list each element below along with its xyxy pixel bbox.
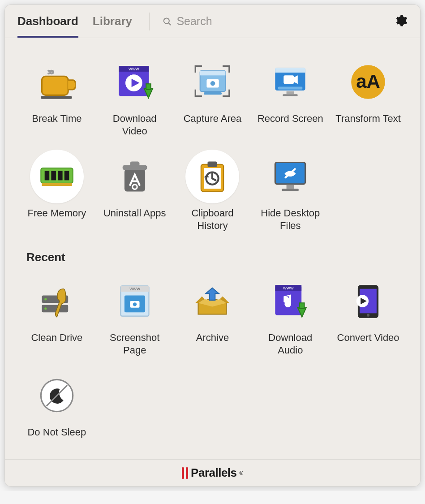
- main-tools-grid: Break TimeDownload VideoCapture AreaReco…: [22, 52, 403, 232]
- download-video-icon: [108, 55, 162, 109]
- tool-label: Do Not Sleep: [27, 426, 86, 439]
- tool-label: Free Memory: [28, 207, 86, 220]
- app-window: Dashboard Library Break TimeDownload Vid…: [4, 4, 421, 487]
- tool-label: Clean Drive: [31, 332, 82, 344]
- hide-desktop-icon: [263, 150, 317, 203]
- parallels-bars-icon: [182, 467, 188, 479]
- tool-label: Capture Area: [184, 112, 242, 125]
- dashboard-body: Break TimeDownload VideoCapture AreaReco…: [5, 38, 420, 459]
- svg-line-1: [168, 23, 170, 25]
- search-box[interactable]: [162, 15, 382, 28]
- gear-icon: [394, 14, 408, 27]
- coffee-icon: [30, 55, 84, 109]
- clean-drive-icon: [30, 274, 84, 328]
- tab-library[interactable]: Library: [93, 5, 132, 38]
- tool-transform-text[interactable]: Transform Text: [333, 52, 403, 137]
- tool-download-audio[interactable]: Download Audio: [255, 271, 325, 356]
- ram-icon: [30, 150, 84, 203]
- tool-download-video[interactable]: Download Video: [100, 52, 170, 137]
- separator: [149, 13, 150, 30]
- do-not-sleep-icon: [30, 369, 84, 422]
- tool-label: Transform Text: [335, 112, 400, 125]
- tool-label: Record Screen: [258, 112, 323, 125]
- tool-hide-desktop-files[interactable]: Hide Desktop Files: [255, 146, 325, 232]
- search-icon: [162, 16, 172, 27]
- brand-text: Parallels: [191, 466, 236, 480]
- tab-dashboard[interactable]: Dashboard: [17, 5, 78, 38]
- tool-label: Break Time: [32, 112, 82, 125]
- capture-area-icon: [185, 55, 239, 109]
- toolbar: Dashboard Library: [5, 5, 420, 38]
- tool-label: Archive: [196, 332, 229, 344]
- recent-tools-grid: Clean DriveScreenshot PageArchiveDownloa…: [22, 271, 403, 439]
- tool-break-time[interactable]: Break Time: [22, 52, 92, 137]
- clipboard-history-icon: [185, 150, 239, 203]
- record-screen-icon: [263, 55, 317, 109]
- tool-clean-drive[interactable]: Clean Drive: [22, 271, 92, 356]
- search-input[interactable]: [176, 15, 382, 28]
- tool-convert-video[interactable]: Convert Video: [333, 271, 403, 356]
- archive-icon: [185, 274, 239, 328]
- download-audio-icon: [263, 274, 317, 328]
- tool-label: Hide Desktop Files: [255, 207, 325, 232]
- trash-app-icon: [108, 150, 162, 203]
- tool-label: Download Audio: [255, 332, 325, 356]
- tool-free-memory[interactable]: Free Memory: [22, 146, 92, 232]
- transform-text-icon: [341, 55, 395, 109]
- convert-video-icon: [341, 274, 395, 328]
- tool-label: Uninstall Apps: [103, 207, 166, 220]
- tab-bar: Dashboard Library: [17, 5, 132, 38]
- tool-capture-area[interactable]: Capture Area: [178, 52, 248, 137]
- tool-label: Screenshot Page: [100, 332, 170, 356]
- settings-button[interactable]: [394, 14, 408, 29]
- tool-record-screen[interactable]: Record Screen: [255, 52, 325, 137]
- brand-logo: Parallels®: [182, 466, 243, 480]
- tool-label: Download Video: [100, 112, 170, 137]
- footer: Parallels®: [5, 459, 420, 486]
- tool-uninstall-apps[interactable]: Uninstall Apps: [100, 146, 170, 232]
- tool-do-not-sleep[interactable]: Do Not Sleep: [22, 365, 92, 439]
- tool-label: Convert Video: [337, 332, 399, 344]
- tool-screenshot-page[interactable]: Screenshot Page: [100, 271, 170, 356]
- recent-section-title: Recent: [26, 250, 403, 264]
- tool-clipboard-history[interactable]: Clipboard History: [178, 146, 248, 232]
- tool-archive[interactable]: Archive: [178, 271, 248, 356]
- tool-label: Clipboard History: [178, 207, 248, 232]
- screenshot-page-icon: [108, 274, 162, 328]
